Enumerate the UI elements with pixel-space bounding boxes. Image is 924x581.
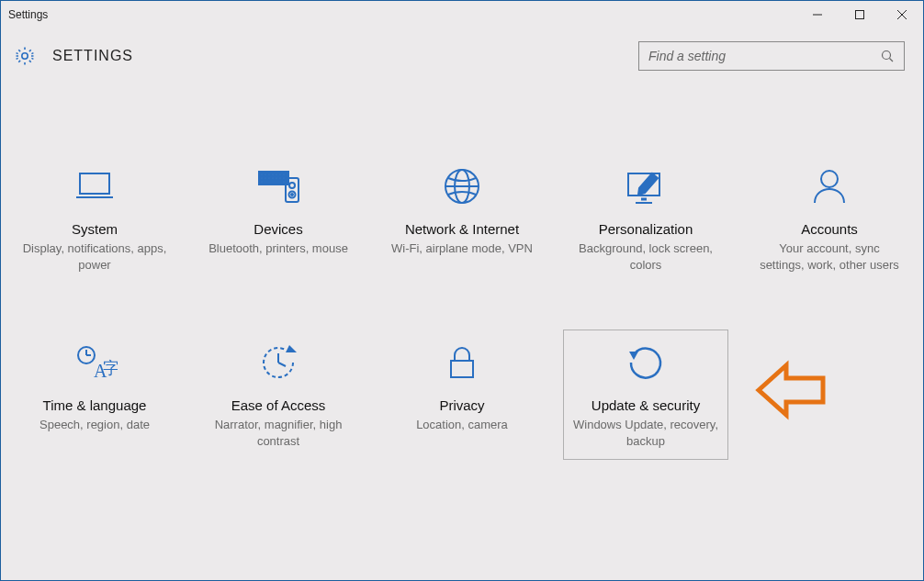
accounts-icon [752, 164, 907, 208]
svg-rect-1 [856, 11, 864, 19]
svg-marker-43 [286, 345, 297, 352]
svg-point-19 [268, 177, 270, 179]
svg-point-16 [283, 173, 285, 175]
tile-title: Privacy [385, 397, 539, 413]
tile-desc: Your account, sync settings, work, other… [752, 240, 907, 273]
svg-point-22 [279, 177, 281, 179]
svg-line-6 [890, 59, 894, 62]
gear-icon [14, 45, 36, 67]
tile-title: Devices [201, 221, 355, 237]
svg-point-30 [291, 194, 293, 196]
svg-point-17 [261, 177, 263, 179]
window-title: Settings [8, 8, 48, 21]
personalization-icon [569, 164, 723, 208]
globe-icon [385, 164, 539, 208]
svg-rect-46 [451, 361, 473, 377]
header: SETTINGS [1, 28, 923, 71]
svg-rect-25 [265, 181, 281, 183]
tile-accounts[interactable]: Accounts Your account, sync settings, wo… [747, 153, 912, 284]
svg-point-12 [268, 173, 270, 175]
search-box[interactable] [638, 41, 905, 71]
svg-point-10 [261, 173, 263, 175]
svg-point-11 [265, 173, 266, 175]
tile-ease-of-access[interactable]: Ease of Access Narrator, magnifier, high… [196, 330, 361, 460]
svg-point-28 [289, 183, 295, 188]
devices-icon [201, 164, 355, 208]
svg-line-45 [278, 363, 286, 366]
tile-devices[interactable]: Devices Bluetooth, printers, mouse [196, 153, 361, 284]
tile-system[interactable]: System Display, notifications, apps, pow… [12, 153, 177, 284]
svg-point-20 [272, 177, 274, 179]
tile-desc: Speech, region, date [17, 417, 172, 433]
tile-title: Ease of Access [201, 397, 355, 413]
svg-point-37 [821, 171, 838, 187]
svg-rect-7 [80, 173, 109, 194]
minimize-button[interactable] [796, 1, 839, 28]
svg-point-5 [883, 51, 891, 60]
svg-point-21 [276, 177, 277, 179]
search-input[interactable] [648, 49, 880, 63]
svg-marker-47 [629, 352, 638, 360]
svg-point-24 [261, 181, 263, 183]
svg-marker-48 [759, 365, 823, 415]
search-icon [880, 49, 895, 63]
tile-title: Update & security [569, 397, 723, 413]
svg-point-23 [283, 177, 285, 179]
tile-time-language[interactable]: A 字 Time & language Speech, region, date [12, 330, 177, 460]
tile-title: Network & Internet [385, 221, 539, 237]
tile-privacy[interactable]: Privacy Location, camera [379, 330, 545, 460]
svg-point-15 [279, 173, 281, 175]
tile-network[interactable]: Network & Internet Wi-Fi, airplane mode,… [379, 153, 545, 284]
tile-desc: Display, notifications, apps, power [17, 240, 172, 273]
tile-personalization[interactable]: Personalization Background, lock screen,… [563, 153, 728, 284]
tile-desc: Narrator, magnifier, high contrast [201, 417, 355, 449]
tile-desc: Windows Update, recovery, backup [569, 417, 723, 449]
svg-point-13 [272, 173, 274, 175]
tile-title: Personalization [569, 221, 723, 237]
header-left: SETTINGS [14, 45, 133, 67]
annotation-arrow-icon [755, 358, 828, 426]
close-button[interactable] [881, 1, 923, 28]
tile-title: Time & language [17, 397, 172, 413]
tile-desc: Location, camera [385, 417, 539, 433]
ease-of-access-icon [201, 341, 355, 385]
laptop-icon [17, 164, 172, 208]
tile-update-security[interactable]: Update & security Windows Update, recove… [563, 330, 728, 460]
tile-title: Accounts [752, 221, 907, 237]
svg-point-18 [265, 177, 266, 179]
svg-point-26 [283, 181, 285, 183]
maximize-button[interactable] [839, 1, 881, 28]
titlebar: Settings [1, 1, 923, 28]
privacy-icon [385, 341, 539, 385]
tile-title: System [17, 221, 172, 237]
tile-desc: Background, lock screen, colors [569, 240, 723, 273]
update-security-icon [569, 341, 723, 385]
tile-desc: Wi-Fi, airplane mode, VPN [385, 240, 539, 257]
page-title: SETTINGS [52, 48, 133, 64]
svg-point-14 [276, 173, 277, 175]
tile-desc: Bluetooth, printers, mouse [201, 240, 355, 257]
svg-point-4 [22, 53, 28, 59]
time-language-icon: A 字 [17, 341, 172, 385]
svg-text:字: 字 [103, 359, 118, 377]
window-controls [796, 1, 923, 28]
